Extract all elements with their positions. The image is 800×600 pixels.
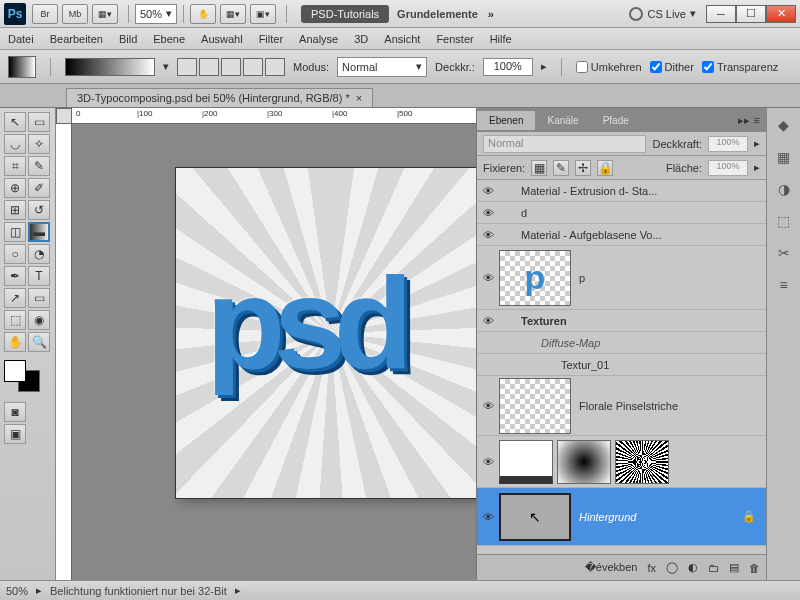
heal-tool[interactable]: ⊕ xyxy=(4,178,26,198)
bridge-button[interactable]: Br xyxy=(32,4,58,24)
new-layer-icon[interactable]: ▤ xyxy=(729,561,739,574)
menu-fenster[interactable]: Fenster xyxy=(436,33,473,45)
status-zoom[interactable]: 50% xyxy=(6,585,28,597)
layer-blend-mode-select[interactable]: Normal xyxy=(483,135,646,153)
status-flyout-icon[interactable]: ▸ xyxy=(235,584,241,597)
lock-transparency-icon[interactable]: ▦ xyxy=(531,160,547,176)
zoom-tool[interactable]: 🔍 xyxy=(28,332,50,352)
menu-datei[interactable]: Datei xyxy=(8,33,34,45)
layer-item[interactable]: 👁Florale Pinselstriche xyxy=(477,376,766,436)
group-icon[interactable]: 🗀 xyxy=(708,562,719,574)
visibility-icon[interactable]: 👁 xyxy=(481,271,495,285)
menu-ansicht[interactable]: Ansicht xyxy=(384,33,420,45)
dock-tools-icon[interactable]: ✂ xyxy=(773,242,795,264)
gradient-preview[interactable] xyxy=(65,58,155,76)
blend-mode-select[interactable]: Normal▾ xyxy=(337,57,427,77)
visibility-icon[interactable]: 👁 xyxy=(481,399,495,413)
layer-thumbnail[interactable] xyxy=(499,440,553,484)
adjustment-layer-icon[interactable]: ◐ xyxy=(688,561,698,574)
menu-auswahl[interactable]: Auswahl xyxy=(201,33,243,45)
layer-item[interactable]: 👁Material - Extrusion d- Sta... xyxy=(477,180,766,202)
hand-tool[interactable]: ✋ xyxy=(4,332,26,352)
menu-bild[interactable]: Bild xyxy=(119,33,137,45)
arrange-docs-button[interactable]: ▦▾ xyxy=(220,4,246,24)
eraser-tool[interactable]: ◫ xyxy=(4,222,26,242)
layer-item[interactable]: 👁pp xyxy=(477,246,766,310)
workspace-badge[interactable]: PSD-Tutorials xyxy=(301,5,389,23)
cslive-button[interactable]: CS Live xyxy=(647,8,686,20)
radial-gradient-button[interactable] xyxy=(199,58,219,76)
brush-tool[interactable]: ✐ xyxy=(28,178,50,198)
link-layers-icon[interactable]: �években xyxy=(585,561,638,574)
gradient-tool[interactable]: ▬ xyxy=(28,222,50,242)
layer-item[interactable]: 👁 xyxy=(477,436,766,488)
menu-analyse[interactable]: Analyse xyxy=(299,33,338,45)
stamp-tool[interactable]: ⊞ xyxy=(4,200,26,220)
visibility-icon[interactable]: 👁 xyxy=(481,314,495,328)
ruler-origin[interactable] xyxy=(56,108,72,124)
quickmask-button[interactable]: ◙ xyxy=(4,402,26,422)
dock-history-icon[interactable]: ≡ xyxy=(773,274,795,296)
magic-wand-tool[interactable]: ✧ xyxy=(28,134,50,154)
screenmode-button[interactable]: ▣ xyxy=(4,424,26,444)
reflected-gradient-button[interactable] xyxy=(243,58,263,76)
layer-item[interactable]: 👁d xyxy=(477,202,766,224)
document-canvas[interactable]: psd xyxy=(176,168,476,498)
tool-preset-button[interactable] xyxy=(8,56,36,78)
menu-hilfe[interactable]: Hilfe xyxy=(490,33,512,45)
layer-thumbnail[interactable]: p xyxy=(499,250,571,306)
type-tool[interactable]: T xyxy=(28,266,50,286)
layer-style-icon[interactable]: fx xyxy=(647,562,656,574)
view-extras-button[interactable]: ▦▾ xyxy=(92,4,118,24)
layer-thumbnail[interactable] xyxy=(615,440,669,484)
document-tab[interactable]: 3D-Typocomposing.psd bei 50% (Hintergrun… xyxy=(66,88,373,107)
path-select-tool[interactable]: ↗ xyxy=(4,288,26,308)
pen-tool[interactable]: ✒ xyxy=(4,266,26,286)
diamond-gradient-button[interactable] xyxy=(265,58,285,76)
lock-pixels-icon[interactable]: ✎ xyxy=(553,160,569,176)
layer-item[interactable]: 👁Texturen xyxy=(477,310,766,332)
eyedropper-tool[interactable]: ✎ xyxy=(28,156,50,176)
visibility-icon[interactable]: 👁 xyxy=(481,184,495,198)
visibility-icon[interactable]: 👁 xyxy=(481,455,495,469)
tab-ebenen[interactable]: Ebenen xyxy=(477,111,535,130)
horizontal-ruler[interactable]: 0 |100|200|300|400|500 xyxy=(72,108,476,124)
dodge-tool[interactable]: ◔ xyxy=(28,244,50,264)
history-brush-tool[interactable]: ↺ xyxy=(28,200,50,220)
dock-swatches-icon[interactable]: ▦ xyxy=(773,146,795,168)
layer-opacity-input[interactable]: 100% xyxy=(708,136,748,152)
zoom-level-select[interactable]: 50%▾ xyxy=(135,4,177,24)
workspace-chevron-icon[interactable]: » xyxy=(488,8,494,20)
layer-item-selected[interactable]: 👁 ↖ Hintergrund 🔒 xyxy=(477,488,766,546)
screen-mode-button[interactable]: ▣▾ xyxy=(250,4,276,24)
3d-camera-tool[interactable]: ◉ xyxy=(28,310,50,330)
chevron-down-icon[interactable]: ▾ xyxy=(163,60,169,73)
panel-collapse-icon[interactable]: ▸▸ xyxy=(738,114,750,127)
shape-tool[interactable]: ▭ xyxy=(28,288,50,308)
menu-bearbeiten[interactable]: Bearbeiten xyxy=(50,33,103,45)
hand-tool-button[interactable]: ✋ xyxy=(190,4,216,24)
layer-item[interactable]: 👁Material - Aufgeblasene Vo... xyxy=(477,224,766,246)
close-tab-icon[interactable]: × xyxy=(356,92,362,104)
angle-gradient-button[interactable] xyxy=(221,58,241,76)
opacity-flyout-icon[interactable]: ▸ xyxy=(541,60,547,73)
visibility-icon[interactable]: 👁 xyxy=(481,228,495,242)
visibility-icon[interactable]: 👁 xyxy=(481,510,495,524)
layer-thumbnail[interactable]: ↖ xyxy=(499,493,571,541)
minimize-button[interactable]: ─ xyxy=(706,5,736,23)
reverse-checkbox[interactable]: Umkehren xyxy=(576,61,642,73)
visibility-icon[interactable] xyxy=(481,358,495,372)
lock-position-icon[interactable]: ✢ xyxy=(575,160,591,176)
move-tool[interactable]: ↖ xyxy=(4,112,26,132)
linear-gradient-button[interactable] xyxy=(177,58,197,76)
visibility-icon[interactable]: 👁 xyxy=(481,206,495,220)
vertical-ruler[interactable] xyxy=(56,124,72,580)
minibridge-button[interactable]: Mb xyxy=(62,4,88,24)
delete-layer-icon[interactable]: 🗑 xyxy=(749,562,760,574)
layer-item[interactable]: Diffuse-Map xyxy=(477,332,766,354)
color-swatches[interactable] xyxy=(4,360,44,396)
opacity-input[interactable]: 100% xyxy=(483,58,533,76)
tab-pfade[interactable]: Pfade xyxy=(591,111,641,130)
crop-tool[interactable]: ⌗ xyxy=(4,156,26,176)
visibility-icon[interactable] xyxy=(481,336,495,350)
